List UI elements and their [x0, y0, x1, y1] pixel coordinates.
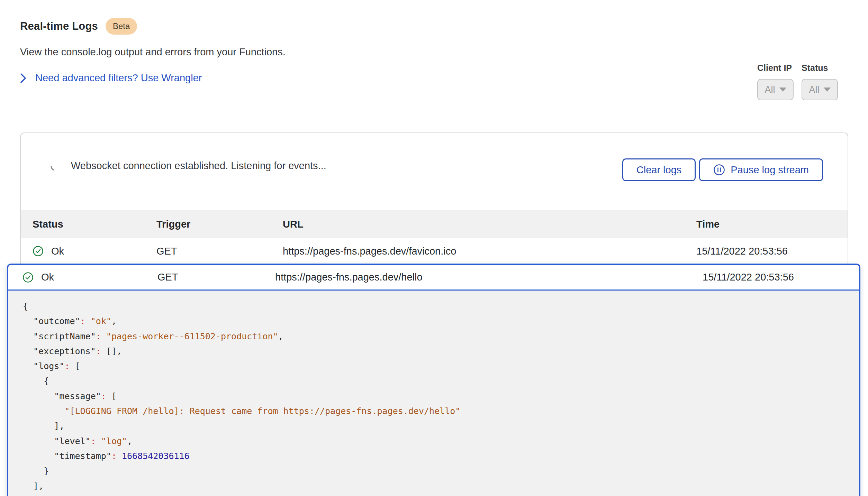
column-header-time: Time	[696, 219, 848, 230]
caret-down-icon	[824, 88, 831, 92]
toolbar-buttons: Clear logs Pause log stream	[622, 158, 823, 181]
row-url: https://pages-fns.pages.dev/hello	[275, 272, 703, 283]
table-row[interactable]: Ok GET https://pages-fns.pages.dev/favic…	[21, 238, 848, 264]
expanded-log-body: { "outcome": "ok", "scriptName": "pages-…	[8, 291, 859, 494]
wrangler-link[interactable]: Need advanced filters? Use Wrangler	[35, 72, 202, 84]
pause-icon	[713, 164, 725, 176]
row-status: Ok	[41, 272, 54, 283]
page-header: Real-time Logs Beta View the console.log…	[20, 18, 286, 84]
spinner-icon	[50, 161, 61, 171]
log-toolbar: Websocket connection established. Listen…	[21, 133, 848, 210]
success-check-icon	[33, 246, 44, 257]
page-title: Real-time Logs	[20, 20, 98, 33]
realtime-logs-page: Real-time Logs Beta View the console.log…	[0, 0, 868, 496]
caret-down-icon	[779, 88, 786, 92]
expanded-log-row[interactable]: Ok GET https://pages-fns.pages.dev/hello…	[8, 265, 859, 291]
clear-logs-label: Clear logs	[636, 164, 682, 176]
filter-client-ip: Client IP All	[757, 63, 794, 100]
row-trigger: GET	[156, 246, 283, 257]
status-dropdown[interactable]: All	[802, 79, 838, 100]
filters: Client IP All Status All	[757, 63, 838, 100]
chevron-right-icon	[20, 73, 26, 83]
status-filter-label: Status	[802, 63, 838, 73]
column-header-trigger: Trigger	[156, 219, 283, 230]
page-description: View the console.log output and errors f…	[20, 46, 286, 58]
row-trigger: GET	[157, 272, 275, 283]
expanded-log-entry: Ok GET https://pages-fns.pages.dev/hello…	[7, 264, 860, 496]
row-url: https://pages-fns.pages.dev/favicon.ico	[283, 246, 696, 257]
client-ip-dropdown[interactable]: All	[757, 79, 794, 100]
websocket-status: Websocket connection established. Listen…	[50, 160, 326, 172]
filter-status: Status All	[802, 63, 838, 100]
table-header-row: Status Trigger URL Time	[21, 210, 848, 238]
row-time: 15/11/2022 20:53:56	[703, 272, 859, 283]
clear-logs-button[interactable]: Clear logs	[622, 158, 696, 181]
advanced-filters-toggle[interactable]: Need advanced filters? Use Wrangler	[20, 72, 286, 84]
pause-log-stream-label: Pause log stream	[731, 164, 809, 176]
websocket-status-text: Websocket connection established. Listen…	[71, 160, 326, 172]
status-filter-value: All	[809, 84, 819, 95]
column-header-status: Status	[33, 219, 156, 230]
log-json-code: { "outcome": "ok", "scriptName": "pages-…	[23, 299, 859, 494]
client-ip-value: All	[765, 84, 775, 95]
client-ip-label: Client IP	[757, 63, 794, 73]
pause-log-stream-button[interactable]: Pause log stream	[699, 158, 823, 181]
beta-badge: Beta	[106, 18, 137, 35]
column-header-url: URL	[283, 219, 696, 230]
row-status: Ok	[51, 246, 64, 257]
success-check-icon	[22, 272, 34, 283]
row-time: 15/11/2022 20:53:56	[696, 246, 848, 257]
log-table: Status Trigger URL Time Ok GET https://p…	[21, 210, 848, 264]
